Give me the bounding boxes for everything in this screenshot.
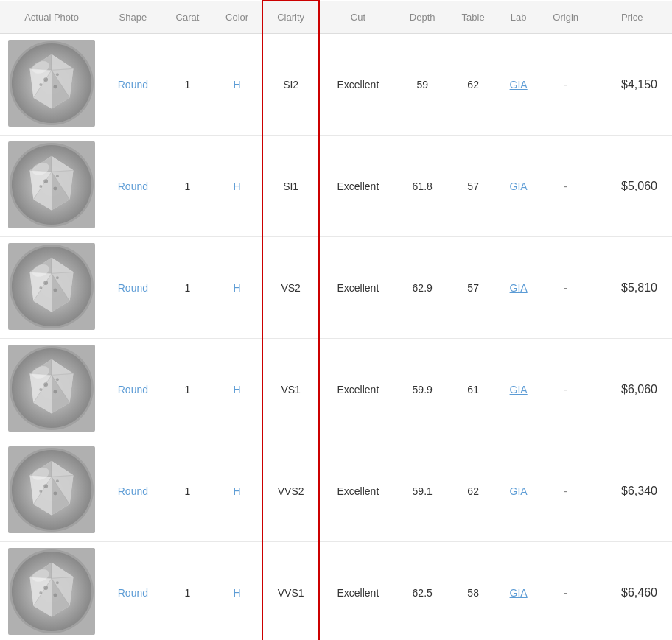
diamond-photo-cell[interactable] xyxy=(0,237,103,339)
cut-cell: Excellent xyxy=(319,136,396,237)
header-color: Color xyxy=(212,1,262,34)
svg-point-35 xyxy=(56,175,59,177)
svg-point-74 xyxy=(53,390,57,393)
carat-cell: 1 xyxy=(163,542,212,641)
color-cell: H xyxy=(212,440,262,542)
diamond-image[interactable] xyxy=(8,446,95,533)
table-header-row: Actual Photo Shape Carat Color Clarity C… xyxy=(0,1,672,34)
table-row: Round 1 H SI1 Excellent 61.8 57 GIA - $5… xyxy=(0,136,672,237)
clarity-cell[interactable]: VVS2 xyxy=(262,440,319,542)
carat-cell: 1 xyxy=(163,34,212,136)
svg-point-92 xyxy=(56,479,59,482)
svg-point-72 xyxy=(43,382,48,387)
svg-point-55 xyxy=(53,288,57,292)
diamond-photo-cell[interactable] xyxy=(0,34,103,136)
price-cell: $5,060 xyxy=(592,136,672,237)
svg-point-16 xyxy=(56,73,59,76)
diamond-photo-cell[interactable] xyxy=(0,136,103,237)
color-cell: H xyxy=(212,237,262,339)
diamond-photo-cell[interactable] xyxy=(0,339,103,440)
header-shape: Shape xyxy=(103,1,163,34)
table-val-cell: 62 xyxy=(449,34,497,136)
origin-cell: - xyxy=(539,237,592,339)
depth-cell: 62.5 xyxy=(396,542,449,641)
svg-point-56 xyxy=(39,286,42,289)
header-clarity[interactable]: Clarity xyxy=(262,1,319,34)
clarity-cell[interactable]: VS1 xyxy=(262,339,319,440)
carat-cell: 1 xyxy=(163,237,212,339)
table-val-cell: 57 xyxy=(449,237,497,339)
table-val-cell: 61 xyxy=(449,339,497,440)
shape-cell: Round xyxy=(103,440,163,542)
shape-cell: Round xyxy=(103,34,163,136)
origin-cell: - xyxy=(539,339,592,440)
clarity-cell[interactable]: VS2 xyxy=(262,237,319,339)
diamond-photo-cell[interactable] xyxy=(0,440,103,542)
svg-point-15 xyxy=(43,77,48,82)
shape-cell: Round xyxy=(103,339,163,440)
svg-point-93 xyxy=(53,491,57,495)
svg-point-53 xyxy=(43,281,48,285)
cut-cell: Excellent xyxy=(319,542,396,641)
diamond-image[interactable] xyxy=(8,548,95,635)
origin-cell: - xyxy=(539,34,592,136)
shape-cell: Round xyxy=(103,237,163,339)
shape-cell: Round xyxy=(103,542,163,641)
price-cell: $6,060 xyxy=(592,339,672,440)
svg-point-36 xyxy=(53,186,57,190)
color-cell: H xyxy=(212,542,262,641)
price-cell: $6,340 xyxy=(592,440,672,542)
lab-cell[interactable]: GIA xyxy=(497,339,539,440)
table-val-cell: 62 xyxy=(449,440,497,542)
origin-cell: - xyxy=(539,542,592,641)
clarity-cell[interactable]: VVS1 xyxy=(262,542,319,641)
cut-cell: Excellent xyxy=(319,34,396,136)
header-carat: Carat xyxy=(163,1,212,34)
header-lab: Lab xyxy=(497,1,539,34)
header-price: Price xyxy=(592,1,672,34)
svg-point-34 xyxy=(43,179,48,183)
price-cell: $4,150 xyxy=(592,34,672,136)
diamond-photo-cell[interactable] xyxy=(0,542,103,641)
cut-cell: Excellent xyxy=(319,237,396,339)
header-depth: Depth xyxy=(396,1,449,34)
svg-point-37 xyxy=(39,185,42,188)
lab-cell[interactable]: GIA xyxy=(497,34,539,136)
clarity-cell[interactable]: SI2 xyxy=(262,34,319,136)
diamond-image[interactable] xyxy=(8,345,95,432)
lab-cell[interactable]: GIA xyxy=(497,136,539,237)
depth-cell: 59.9 xyxy=(396,339,449,440)
diamond-image[interactable] xyxy=(8,40,95,127)
carat-cell: 1 xyxy=(163,136,212,237)
lab-cell[interactable]: GIA xyxy=(497,440,539,542)
origin-cell: - xyxy=(539,440,592,542)
svg-point-54 xyxy=(56,276,59,279)
lab-cell[interactable]: GIA xyxy=(497,237,539,339)
cut-cell: Excellent xyxy=(319,339,396,440)
origin-cell: - xyxy=(539,136,592,237)
header-photo: Actual Photo xyxy=(0,1,103,34)
cut-cell: Excellent xyxy=(319,440,396,542)
price-cell: $6,460 xyxy=(592,542,672,641)
color-cell: H xyxy=(212,339,262,440)
depth-cell: 59 xyxy=(396,34,449,136)
diamond-table: Actual Photo Shape Carat Color Clarity C… xyxy=(0,0,672,640)
table-row: Round 1 H SI2 Excellent 59 62 GIA - $4,1… xyxy=(0,34,672,136)
table-row: Round 1 H VS1 Excellent 59.9 61 GIA - $6… xyxy=(0,339,672,440)
svg-point-91 xyxy=(43,484,48,488)
lab-cell[interactable]: GIA xyxy=(497,542,539,641)
diamond-image[interactable] xyxy=(8,243,95,330)
carat-cell: 1 xyxy=(163,339,212,440)
diamond-image[interactable] xyxy=(8,141,95,228)
svg-point-111 xyxy=(56,581,59,584)
diamond-table-container: Actual Photo Shape Carat Color Clarity C… xyxy=(0,0,672,640)
carat-cell: 1 xyxy=(163,440,212,542)
table-row: Round 1 H VS2 Excellent 62.9 57 GIA - $5… xyxy=(0,237,672,339)
shape-cell: Round xyxy=(103,136,163,237)
svg-point-112 xyxy=(53,593,57,597)
table-row: Round 1 H VVS1 Excellent 62.5 58 GIA - $… xyxy=(0,542,672,641)
depth-cell: 62.9 xyxy=(396,237,449,339)
clarity-cell[interactable]: SI1 xyxy=(262,136,319,237)
header-origin: Origin xyxy=(539,1,592,34)
svg-point-94 xyxy=(39,490,42,493)
